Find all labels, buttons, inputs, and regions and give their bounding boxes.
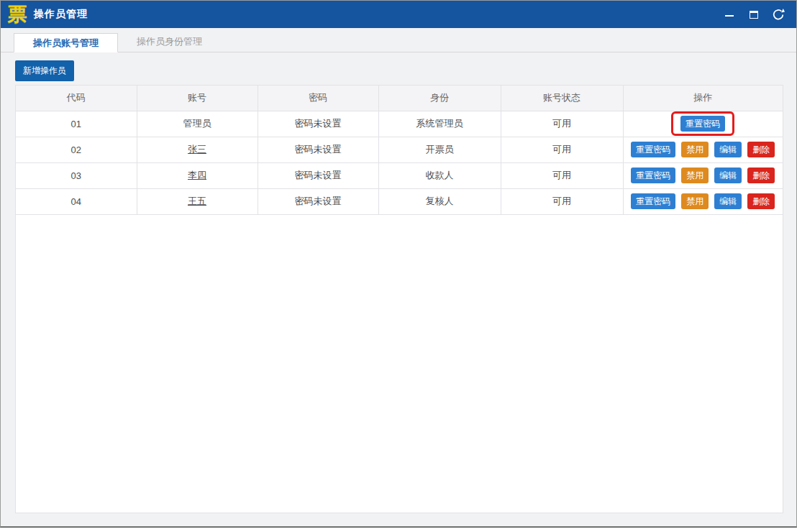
title-bar: 票 操作员管理	[1, 1, 796, 28]
actions-cell: 重置密码禁用编辑删除	[623, 162, 783, 188]
column-header: 账号状态	[501, 86, 623, 111]
status-cell: 可用	[501, 162, 623, 188]
disable-button[interactable]: 禁用	[681, 142, 709, 157]
password-cell: 密码未设置	[258, 111, 378, 137]
password-cell: 密码未设置	[258, 188, 378, 214]
code-cell: 03	[16, 162, 137, 188]
reset-password-button[interactable]: 重置密码	[631, 168, 675, 183]
highlight-annotation-box: 重置密码	[671, 111, 734, 136]
maximize-icon	[750, 11, 758, 19]
table-row: 01管理员密码未设置系统管理员可用重置密码	[16, 111, 783, 137]
status-cell: 可用	[501, 188, 623, 214]
window-controls	[723, 8, 789, 21]
minimize-icon	[725, 15, 734, 17]
disable-button[interactable]: 禁用	[681, 168, 709, 183]
identity-cell: 复核人	[378, 188, 501, 214]
column-header: 账号	[137, 86, 258, 111]
operator-table-panel: 代码账号密码身份账号状态操作 01管理员密码未设置系统管理员可用重置密码02张三…	[15, 85, 783, 513]
password-cell: 密码未设置	[258, 162, 378, 188]
column-header: 代码	[16, 86, 137, 111]
account-link[interactable]: 张三	[188, 144, 206, 155]
tab-bar: 操作员账号管理 操作员身份管理	[1, 28, 796, 52]
reset-password-button[interactable]: 重置密码	[631, 142, 675, 157]
identity-cell: 系统管理员	[378, 111, 501, 137]
disable-button[interactable]: 禁用	[681, 193, 709, 209]
table-row: 03李四密码未设置收款人可用重置密码禁用编辑删除	[16, 162, 783, 188]
password-cell: 密码未设置	[258, 137, 378, 162]
tab-operator-identity-management[interactable]: 操作员身份管理	[118, 32, 221, 52]
code-cell: 01	[16, 111, 137, 137]
back-undo-icon	[772, 8, 785, 21]
status-cell: 可用	[501, 137, 623, 162]
delete-button[interactable]: 删除	[747, 168, 775, 183]
identity-cell: 收款人	[378, 162, 501, 188]
account-cell: 李四	[137, 162, 258, 188]
maximize-button[interactable]	[747, 8, 760, 21]
back-button[interactable]	[772, 8, 785, 21]
code-cell: 02	[16, 137, 137, 162]
toolbar: 新增操作员	[1, 52, 796, 81]
add-operator-button[interactable]: 新增操作员	[15, 60, 74, 81]
edit-button[interactable]: 编辑	[714, 193, 742, 209]
actions-cell: 重置密码禁用编辑删除	[623, 188, 783, 214]
minimize-button[interactable]	[723, 8, 736, 21]
window-title: 操作员管理	[34, 8, 88, 21]
account-link[interactable]: 李四	[188, 170, 206, 180]
reset-password-button[interactable]: 重置密码	[680, 116, 725, 132]
delete-button[interactable]: 删除	[747, 193, 775, 209]
edit-button[interactable]: 编辑	[714, 142, 742, 157]
account-cell: 王五	[137, 188, 258, 214]
table-row: 02张三密码未设置开票员可用重置密码禁用编辑删除	[16, 137, 783, 162]
identity-cell: 开票员	[378, 137, 501, 162]
tab-operator-account-management[interactable]: 操作员账号管理	[14, 33, 118, 52]
table-header-row: 代码账号密码身份账号状态操作	[16, 86, 783, 111]
account-cell: 管理员	[137, 111, 258, 137]
reset-password-button[interactable]: 重置密码	[631, 193, 675, 209]
account-cell: 张三	[137, 137, 258, 162]
account-link[interactable]: 王五	[188, 196, 206, 206]
actions-cell: 重置密码禁用编辑删除	[623, 137, 783, 162]
actions-cell: 重置密码	[623, 111, 783, 137]
column-header: 操作	[623, 86, 783, 111]
delete-button[interactable]: 删除	[747, 142, 775, 157]
operator-table: 代码账号密码身份账号状态操作 01管理员密码未设置系统管理员可用重置密码02张三…	[16, 86, 783, 215]
column-header: 密码	[258, 86, 378, 111]
code-cell: 04	[16, 188, 137, 214]
column-header: 身份	[378, 86, 501, 111]
edit-button[interactable]: 编辑	[714, 168, 742, 183]
app-icon: 票	[6, 4, 28, 25]
operator-table-body: 01管理员密码未设置系统管理员可用重置密码02张三密码未设置开票员可用重置密码禁…	[16, 111, 783, 214]
app-window: 票 操作员管理 操作员账号管理 操作员身份管理 新增操作员	[0, 0, 797, 528]
status-cell: 可用	[501, 111, 623, 137]
table-row: 04王五密码未设置复核人可用重置密码禁用编辑删除	[16, 188, 783, 214]
